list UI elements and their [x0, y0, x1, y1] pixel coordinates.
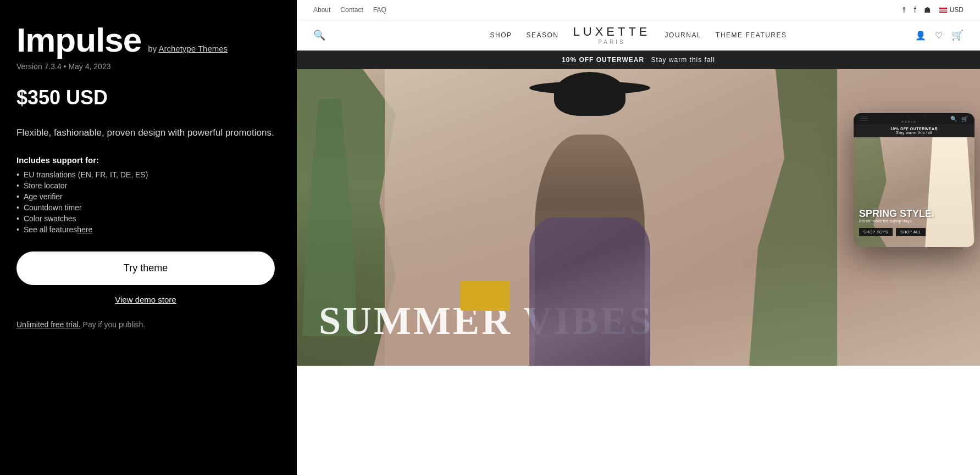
mobile-logo-main: LUXETTE [890, 114, 929, 120]
theme-name: Impulse [16, 22, 141, 58]
nav-logo-sub: PARIS [573, 39, 651, 45]
list-item-see-all: See all features here [16, 225, 275, 234]
nav-item-shop[interactable]: SHOP [490, 31, 512, 39]
features-list: EU translations (EN, FR, IT, DE, ES) Sto… [16, 170, 275, 234]
view-demo-wrapper: View demo store [16, 295, 275, 305]
list-item: Age verifier [16, 192, 275, 201]
hero-person [474, 69, 705, 366]
mobile-announcement-bold: 10% OFF OUTERWEAR [890, 127, 938, 131]
list-item: EU translations (EN, FR, IT, DE, ES) [16, 170, 275, 179]
nav-center: SHOP SEASON LUXETTE PARIS JOURNAL THEME … [490, 25, 787, 44]
view-demo-link[interactable]: View demo store [115, 295, 176, 304]
topbar-right: ☨ f ☗ USD [902, 5, 964, 14]
mobile-hamburger-icon [860, 115, 868, 122]
features-title: Includes support for: [16, 155, 275, 165]
see-all-features-link[interactable]: here [77, 225, 92, 234]
preview-topbar: About Contact FAQ ☨ f ☗ USD [297, 0, 980, 20]
mobile-announcement-text: Stay warm this fall [896, 131, 932, 135]
mobile-search-icon: 🔍 [950, 116, 957, 122]
currency-selector[interactable]: USD [939, 6, 964, 14]
pinterest-icon[interactable]: ☗ [924, 5, 931, 14]
mobile-shop-tops-btn[interactable]: SHOP TOPS [859, 228, 893, 236]
announcement-text: Stay warm this fall [651, 56, 715, 64]
cart-icon[interactable]: 🛒 [951, 29, 964, 41]
mobile-cart-icon: 🛒 [961, 116, 968, 122]
list-item: Countdown timer [16, 203, 275, 212]
try-theme-button[interactable]: Try theme [16, 252, 275, 285]
mobile-logo: LUXETTE PARIS [890, 114, 929, 124]
free-trial-link[interactable]: Unlimited free trial. [16, 320, 81, 329]
features-section: Includes support for: EU translations (E… [16, 155, 275, 236]
mobile-announcement: 10% OFF OUTERWEAR Stay warm this fall [854, 124, 975, 137]
theme-description: Flexible, fashionable, proven design wit… [16, 126, 275, 140]
topbar-link-about[interactable]: About [313, 6, 330, 14]
announcement-bold: 10% OFF OUTERWEAR [562, 56, 644, 64]
hero-section: SUMMER VIBES LUXETTE PARIS 🔍 🛒 [297, 69, 980, 366]
nav-logo-main: LUXETTE [573, 25, 651, 38]
facebook-icon[interactable]: f [914, 5, 916, 14]
mobile-hero: SPRING STYLE. Fresh looks for sunny days… [854, 137, 975, 247]
announcement-bar: 10% OFF OUTERWEAR Stay warm this fall [297, 51, 980, 69]
account-icon[interactable]: 👤 [915, 30, 926, 41]
mobile-preview: LUXETTE PARIS 🔍 🛒 10% OFF OUTERWEAR Stay… [854, 113, 975, 247]
nav-item-season[interactable]: SEASON [527, 31, 559, 39]
list-item: Store locator [16, 181, 275, 190]
bg-plants-right [755, 69, 837, 366]
right-panel: About Contact FAQ ☨ f ☗ USD 🔍 SHOP SEA [297, 0, 980, 475]
mobile-spring-title: SPRING STYLE. [859, 209, 934, 219]
mobile-hero-text: SPRING STYLE. Fresh looks for sunny days… [859, 209, 934, 236]
mobile-spring-sub: Fresh looks for sunny days. [859, 219, 934, 223]
author-link[interactable]: Archetype Themes [158, 44, 228, 53]
browser-preview: About Contact FAQ ☨ f ☗ USD 🔍 SHOP SEA [297, 0, 980, 475]
left-panel: Impulse by Archetype Themes Version 7.3.… [0, 0, 297, 475]
mobile-status-bar: LUXETTE PARIS 🔍 🛒 [854, 113, 975, 124]
nav-left-icons: 🔍 [313, 29, 325, 41]
nav-item-journal[interactable]: JOURNAL [665, 31, 702, 39]
nav-item-theme-features[interactable]: THEME FEATURES [716, 31, 787, 39]
preview-mainnav: 🔍 SHOP SEASON LUXETTE PARIS JOURNAL THEM… [297, 20, 980, 51]
list-item: Color swatches [16, 214, 275, 223]
theme-author: by Archetype Themes [148, 44, 228, 53]
theme-version: Version 7.3.4 • May 4, 2023 [16, 62, 275, 71]
mobile-nav-icons: 🔍 🛒 [950, 116, 968, 122]
theme-price: $350 USD [16, 86, 275, 109]
wishlist-icon[interactable]: ♡ [935, 30, 943, 41]
instagram-icon[interactable]: ☨ [902, 5, 906, 14]
topbar-link-contact[interactable]: Contact [340, 6, 363, 14]
nav-logo: LUXETTE PARIS [573, 25, 651, 44]
topbar-link-faq[interactable]: FAQ [373, 6, 386, 14]
mobile-logo-sub: PARIS [890, 120, 929, 124]
mobile-shop-all-btn[interactable]: SHOP ALL [896, 228, 926, 236]
nav-right: 👤 ♡ 🛒 [915, 29, 964, 41]
topbar-nav: About Contact FAQ [313, 6, 386, 14]
mobile-shop-buttons: SHOP TOPS SHOP ALL [859, 228, 934, 236]
search-icon[interactable]: 🔍 [313, 29, 325, 41]
free-trial-text: Unlimited free trial. Pay if you publish… [16, 320, 275, 329]
